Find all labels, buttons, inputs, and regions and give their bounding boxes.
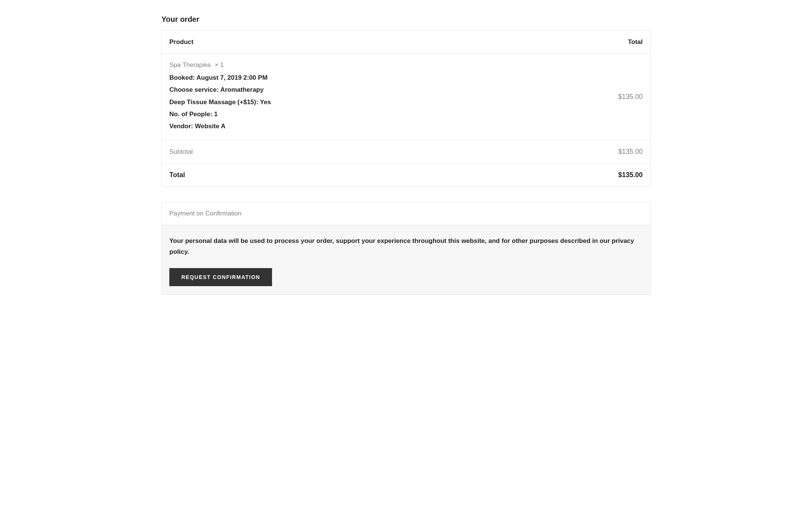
order-item-cell: Spa Therapies × 1 Booked: August 7, 2019… — [162, 54, 526, 140]
payment-footer: Your personal data will be used to proce… — [162, 225, 650, 294]
order-item-price: $135.00 — [618, 93, 643, 100]
request-confirmation-button[interactable]: Request Confirmation — [169, 268, 272, 286]
detail-service: Choose service: Aromatherapy — [169, 84, 519, 96]
detail-people: No. of People: 1 — [169, 108, 519, 120]
order-review-table: Product Total Spa Therapies × 1 Booked: … — [161, 30, 651, 187]
total-value: $135.00 — [618, 171, 643, 179]
payment-method: Payment on Confirmation — [162, 202, 650, 225]
total-value-cell: $135.00 — [526, 164, 651, 187]
privacy-policy-text: Your personal data will be used to proce… — [169, 236, 643, 258]
column-header-product: Product — [162, 31, 526, 54]
detail-booked: Booked: August 7, 2019 2:00 PM — [169, 72, 519, 84]
subtotal-value-cell: $135.00 — [526, 140, 651, 164]
column-header-total: Total — [526, 31, 651, 54]
total-label: Total — [162, 164, 526, 187]
payment-box: Payment on Confirmation Your personal da… — [161, 202, 651, 295]
subtotal-label: Subtotal — [162, 140, 526, 164]
order-item-row: Spa Therapies × 1 Booked: August 7, 2019… — [162, 54, 651, 140]
detail-vendor: Vendor: Website A — [169, 120, 519, 132]
detail-addon: Deep Tissue Massage (+$15): Yes — [169, 96, 519, 108]
order-item-price-cell: $135.00 — [526, 54, 651, 140]
product-quantity: × 1 — [215, 61, 224, 68]
total-row: Total $135.00 — [162, 164, 651, 187]
subtotal-row: Subtotal $135.00 — [162, 140, 651, 164]
order-heading: Your order — [161, 15, 651, 24]
product-name: Spa Therapies — [169, 61, 211, 68]
product-details: Booked: August 7, 2019 2:00 PM Choose se… — [169, 72, 519, 132]
subtotal-value: $135.00 — [618, 148, 643, 155]
